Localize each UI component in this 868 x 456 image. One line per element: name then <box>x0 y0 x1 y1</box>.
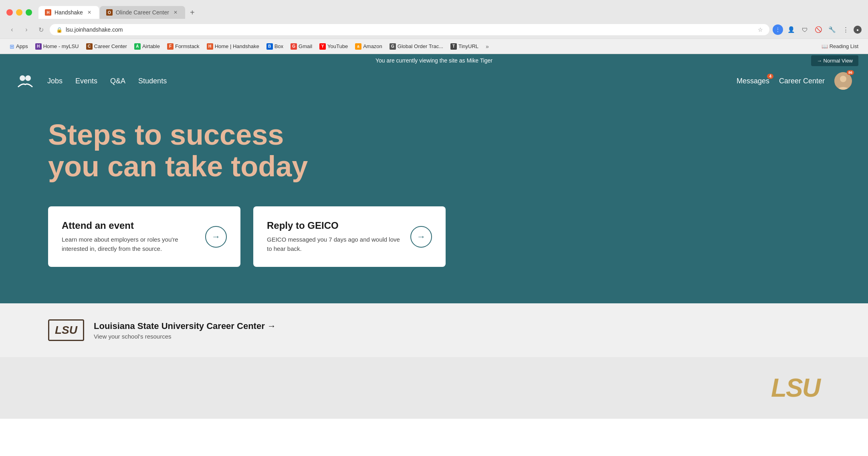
extension2-icon[interactable]: 🔧 <box>826 24 838 35</box>
apps-grid-icon: ⊞ <box>10 43 14 50</box>
formstack-favicon: F <box>167 43 174 50</box>
bookmark-reading-list[interactable]: 📖 Reading List <box>818 42 862 51</box>
tab-olinde[interactable]: O Olinde Career Center ✕ <box>100 6 185 19</box>
school-sub-text: View your school's resources <box>94 333 276 340</box>
svg-point-4 <box>840 76 846 82</box>
bookmark-apps-label: Apps <box>16 43 28 49</box>
card-attend-event-desc: Learn more about employers or roles you'… <box>62 235 197 253</box>
bookmark-handshake-label: Home | Handshake <box>215 43 259 49</box>
lsu-logo: LSU <box>48 319 84 341</box>
global-order-favicon: G <box>390 43 396 50</box>
nav-right: Messages 4 Career Center 86 <box>737 72 852 90</box>
bookmark-handshake[interactable]: H Home | Handshake <box>204 42 262 51</box>
tab-handshake[interactable]: H Handshake ✕ <box>38 6 99 19</box>
tabs-bar: H Handshake ✕ O Olinde Career Center ✕ + <box>38 6 862 19</box>
card-reply-geico-title: Reply to GEICO <box>267 220 402 231</box>
tinyurl-favicon: T <box>450 43 457 50</box>
bookmark-airtable-label: Airtable <box>142 43 160 49</box>
mylsu-favicon: H <box>35 43 42 50</box>
messages-nav-item[interactable]: Messages 4 <box>737 77 769 85</box>
close-tab-handshake[interactable]: ✕ <box>86 9 93 16</box>
handshake-favicon: H <box>45 9 51 16</box>
main-nav: Jobs Events Q&A Students <box>47 77 167 85</box>
normal-view-button[interactable]: → Normal View <box>811 55 858 66</box>
bookmark-formstack-label: Formstack <box>175 43 200 49</box>
record-icon: ● <box>854 26 862 34</box>
adblocker-icon[interactable]: 🚫 <box>813 24 824 35</box>
new-tab-button[interactable]: + <box>186 6 199 19</box>
bookmark-tinyurl-label: TinyURL <box>458 43 478 49</box>
reading-list-label: Reading List <box>830 43 858 49</box>
card-reply-geico[interactable]: Reply to GEICO GEICO messaged you 7 days… <box>253 206 446 267</box>
box-favicon: B <box>266 43 273 50</box>
bookmark-box-label: Box <box>275 43 283 49</box>
address-text: lsu.joinhandshake.com <box>66 26 755 33</box>
title-bar: H Handshake ✕ O Olinde Career Center ✕ + <box>0 0 868 21</box>
reload-button[interactable]: ↻ <box>35 24 46 35</box>
lock-icon: 🔒 <box>56 27 63 33</box>
handshake-logo-icon <box>16 72 34 90</box>
back-button[interactable]: ‹ <box>6 24 18 35</box>
arrow-icon: → <box>212 232 220 242</box>
bookmark-tinyurl[interactable]: T TinyURL <box>447 42 482 51</box>
airtable-favicon: A <box>134 43 141 50</box>
bookmark-formstack[interactable]: F Formstack <box>164 42 203 51</box>
avatar-notification-badge: 86 <box>847 70 854 75</box>
window-controls <box>6 9 32 16</box>
browser-chrome: H Handshake ✕ O Olinde Career Center ✕ +… <box>0 0 868 54</box>
gmail-favicon: G <box>291 43 297 50</box>
user-avatar[interactable]: 86 <box>834 72 852 90</box>
career-center-link[interactable]: Career Center <box>779 77 825 85</box>
tab-olinde-label: Olinde Career Center <box>116 9 169 16</box>
card-attend-event-arrow[interactable]: → <box>205 226 227 248</box>
close-window-button[interactable] <box>6 9 13 16</box>
notification-bar: You are currently viewing the site as Mi… <box>0 54 868 67</box>
nav-jobs[interactable]: Jobs <box>47 77 63 85</box>
bottom-section: LSU <box>0 357 868 419</box>
hero-section: Steps to success you can take today Atte… <box>0 95 868 303</box>
more-options-icon[interactable]: ⋮ <box>840 24 851 35</box>
messages-link[interactable]: Messages <box>737 77 769 85</box>
profile-icon[interactable]: 👤 <box>785 24 797 35</box>
address-input[interactable]: 🔒 lsu.joinhandshake.com ☆ <box>50 24 769 35</box>
minimize-window-button[interactable] <box>16 9 22 16</box>
card-reply-geico-content: Reply to GEICO GEICO messaged you 7 days… <box>267 220 402 253</box>
school-section: LSU Louisiana State University Career Ce… <box>0 303 868 357</box>
close-tab-olinde[interactable]: ✕ <box>172 9 179 16</box>
nav-qa[interactable]: Q&A <box>110 77 125 85</box>
bookmark-mylsu[interactable]: H Home - myLSU <box>32 42 82 51</box>
hero-heading-line2: you can take today <box>48 150 308 182</box>
card-attend-event[interactable]: Attend an event Learn more about employe… <box>48 206 240 267</box>
bookmark-youtube-label: YouTube <box>327 43 348 49</box>
nav-events[interactable]: Events <box>75 77 97 85</box>
card-attend-event-content: Attend an event Learn more about employe… <box>62 220 197 253</box>
bookmark-global-order[interactable]: G Global Order Trac... <box>386 42 446 51</box>
bookmark-global-order-label: Global Order Trac... <box>398 43 443 49</box>
card-reply-geico-arrow[interactable]: → <box>410 226 432 248</box>
site-logo[interactable] <box>16 72 34 90</box>
school-career-center-link[interactable]: Louisiana State University Career Center… <box>94 321 276 331</box>
bookmark-career-center[interactable]: C Career Center <box>83 42 130 51</box>
bookmark-box[interactable]: B Box <box>263 42 287 51</box>
messages-badge: 4 <box>767 74 773 79</box>
bookmark-more[interactable]: » <box>482 42 492 51</box>
olinde-favicon: O <box>106 9 113 16</box>
bookmark-star-icon[interactable]: ☆ <box>758 26 763 33</box>
bookmarks-bar: ⊞ Apps H Home - myLSU C Career Center A … <box>0 38 868 54</box>
nav-students[interactable]: Students <box>138 77 167 85</box>
shield-icon[interactable]: 🛡 <box>799 24 810 35</box>
bookmark-gmail[interactable]: G Gmail <box>287 42 315 51</box>
notification-message: You are currently viewing the site as Mi… <box>375 57 493 64</box>
bookmark-airtable[interactable]: A Airtable <box>131 42 163 51</box>
address-bar: ‹ › ↻ 🔒 lsu.joinhandshake.com ☆ ⋮ 👤 🛡 🚫 … <box>0 21 868 38</box>
extensions-icon[interactable]: ⋮ <box>773 24 783 35</box>
bookmark-apps[interactable]: ⊞ Apps <box>6 42 31 51</box>
maximize-window-button[interactable] <box>26 9 32 16</box>
site-nav: Jobs Events Q&A Students Messages 4 Care… <box>0 67 868 95</box>
school-text: Louisiana State University Career Center… <box>94 321 276 340</box>
bookmark-amazon[interactable]: a Amazon <box>352 42 386 51</box>
forward-button[interactable]: › <box>21 24 32 35</box>
lsu-watermark: LSU <box>771 373 820 403</box>
bookmark-youtube[interactable]: Y YouTube <box>316 42 351 51</box>
youtube-favicon: Y <box>319 43 326 50</box>
